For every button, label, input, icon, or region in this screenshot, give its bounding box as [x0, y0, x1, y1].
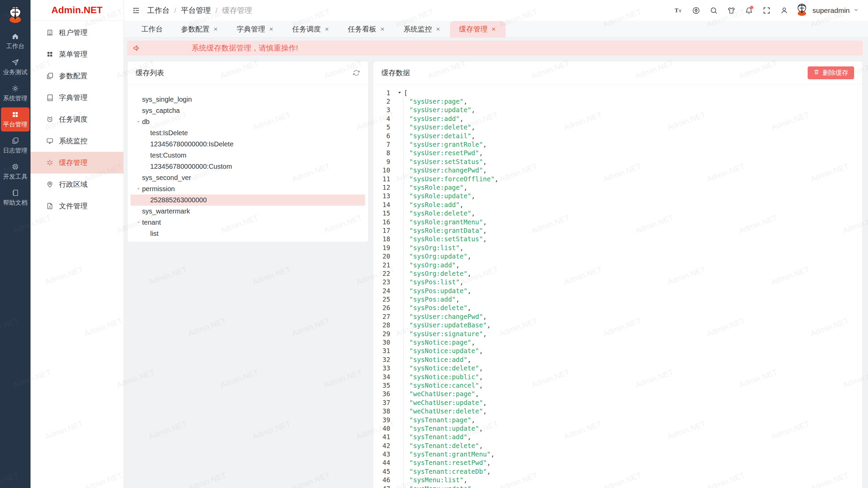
theme-icon[interactable] [724, 3, 738, 18]
indent-guide [390, 269, 404, 278]
line-number: 40 [373, 425, 390, 432]
close-icon[interactable] [269, 26, 274, 32]
line-number: 43 [373, 450, 390, 458]
line-number: 21 [373, 261, 390, 269]
user-icon[interactable] [777, 3, 791, 18]
sidebar-item-spark[interactable]: 缓存管理 [31, 152, 123, 174]
tree-node-permission[interactable]: permission [131, 183, 365, 195]
sidebar-item-copydocs[interactable]: 参数配置 [31, 65, 123, 87]
code-line: 44 "sysTenant:resetPwd", [373, 459, 862, 467]
tree-node-252885263000000[interactable]: 252885263000000 [131, 195, 365, 206]
sidebar-item-book[interactable]: 字典管理 [31, 87, 123, 108]
sidebar-item-building[interactable]: 租户管理 [31, 22, 123, 43]
sidebar-item-pin[interactable]: 行政区域 [31, 174, 123, 195]
close-icon[interactable] [324, 26, 330, 32]
tree-node-test:IsDelete[interactable]: test:IsDelete [131, 127, 365, 139]
code-string: "sysOrg:add" [409, 261, 456, 269]
sidebar-item-label: 缓存管理 [59, 158, 87, 167]
tree-node-sys_captcha[interactable]: sys_captcha [131, 105, 365, 116]
close-icon[interactable] [213, 26, 218, 32]
line-number: 6 [373, 132, 390, 140]
tree-node-db[interactable]: db [131, 116, 365, 127]
code-comma: , [456, 261, 459, 269]
code-string: "sysRole:add" [409, 201, 460, 208]
indent-guide [390, 131, 404, 140]
tab-参数配置[interactable]: 参数配置 [172, 21, 228, 37]
tree-node-list[interactable]: list [131, 228, 365, 239]
breadcrumb-item[interactable]: 平台管理 [181, 5, 211, 16]
rail-item-chip[interactable]: 开发工具 [1, 160, 29, 184]
tab-label: 系统监控 [403, 24, 432, 34]
caret-down-icon[interactable] [135, 220, 142, 225]
rail-item-label: 业务测试 [3, 68, 27, 76]
fontsize-icon[interactable]: TT [671, 3, 686, 18]
tab-任务看板[interactable]: 任务看板 [339, 21, 394, 37]
code-line: 4 "sysUser:add", [373, 114, 862, 123]
tree-node-label: sys_wartermark [142, 207, 190, 215]
cache-tree: sys_single_loginsys_captchadbtest:IsDele… [127, 84, 368, 239]
code-comma: , [471, 123, 475, 131]
tab-工作台[interactable]: 工作台 [132, 21, 172, 37]
caret-down-icon[interactable] [135, 120, 142, 124]
tree-node-123456780000000:Custom[interactable]: 123456780000000:Custom [131, 161, 365, 172]
indent-guide [390, 166, 404, 175]
tree-node-tenant[interactable]: tenant [131, 217, 365, 228]
tree-node-label: 123456780000000:Custom [150, 163, 232, 170]
code-comma: , [479, 425, 483, 432]
sidebar-item-file[interactable]: 文件管理 [31, 195, 123, 217]
code-comma: , [471, 339, 475, 346]
tree-node-sys_single_login[interactable]: sys_single_login [131, 94, 365, 105]
rail-item-gear[interactable]: 系统管理 [1, 81, 29, 105]
refresh-icon[interactable] [353, 69, 360, 77]
code-line: 33 "sysNotice:delete", [373, 364, 862, 372]
language-icon[interactable] [689, 3, 703, 18]
tab-缓存管理[interactable]: 缓存管理 [450, 21, 506, 37]
code-line: 25 "sysPos:add", [373, 295, 862, 303]
chip-icon [12, 163, 19, 170]
code-string: "sysUser:setStatus" [409, 158, 483, 165]
search-icon[interactable] [707, 3, 721, 18]
sidebar-fold-icon[interactable] [130, 5, 142, 16]
rail-item-grid[interactable]: 平台管理 [1, 107, 29, 131]
tab-任务调度[interactable]: 任务调度 [283, 21, 339, 37]
close-icon[interactable] [380, 26, 385, 32]
code-line: 45 "sysTenant:createDb", [373, 467, 862, 475]
user-menu[interactable]: superadmin [795, 3, 859, 18]
rail-item-docs[interactable]: 日志管理 [1, 134, 29, 158]
sidebar-item-menugrid[interactable]: 菜单管理 [31, 43, 123, 65]
tree-node-test:Custom[interactable]: test:Custom [131, 150, 365, 161]
code-string: "sysNotice:cancel" [409, 382, 479, 389]
line-number: 27 [373, 313, 390, 320]
code-line: 36 "weChatUser:page", [373, 390, 862, 398]
code-string: "sysTenant:createDb" [409, 468, 487, 475]
breadcrumb-item[interactable]: 工作台 [147, 5, 170, 16]
sidebar-item-monitor[interactable]: 系统监控 [31, 130, 123, 152]
sidebar-item-clock[interactable]: 任务调度 [31, 108, 123, 130]
delete-cache-button[interactable]: 删除缓存 [808, 66, 854, 79]
rail-item-send[interactable]: 业务测试 [1, 55, 29, 79]
fold-caret-icon[interactable] [390, 90, 404, 95]
secondary-sidebar: Admin.NET 租户管理 菜单管理 参数配置 字典管理 任务调度 系统监控 … [31, 0, 124, 488]
line-number: 31 [373, 347, 390, 354]
home-icon [12, 33, 19, 40]
code-comma: , [471, 416, 475, 424]
code-line: 19 "sysOrg:list", [373, 243, 862, 252]
app-logo[interactable] [0, 0, 31, 29]
tree-node-sys_second_ver[interactable]: sys_second_ver [131, 172, 365, 183]
code-comma: , [487, 468, 491, 475]
indent-guide [390, 338, 404, 346]
code-line: 11 "sysUser:forceOffline", [373, 175, 862, 183]
tab-字典管理[interactable]: 字典管理 [228, 21, 283, 37]
tree-node-sys_wartermark[interactable]: sys_wartermark [131, 206, 365, 217]
caret-down-icon[interactable] [135, 187, 142, 191]
rail-item-label: 开发工具 [3, 172, 27, 181]
close-icon[interactable] [491, 26, 496, 32]
close-icon[interactable] [435, 26, 441, 32]
tree-node-123456780000000:IsDelete[interactable]: 123456780000000:IsDelete [131, 139, 365, 150]
rail-item-notebook[interactable]: 帮助文档 [1, 186, 29, 210]
tab-系统监控[interactable]: 系统监控 [394, 21, 450, 37]
rail-item-home[interactable]: 工作台 [1, 29, 29, 53]
bell-icon[interactable] [742, 3, 756, 18]
fullscreen-icon[interactable] [760, 3, 774, 18]
code-comma: , [460, 278, 463, 286]
